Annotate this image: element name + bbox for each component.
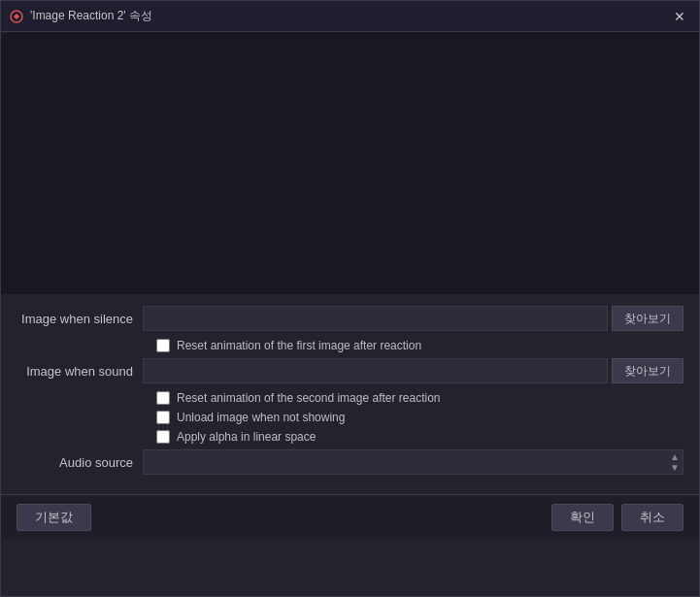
- image-sound-input[interactable]: [143, 358, 608, 383]
- checkbox4[interactable]: [156, 430, 170, 444]
- title-bar: 'Image Reaction 2' 속성 ✕: [1, 1, 699, 32]
- image-silence-row: Image when silence 찾아보기: [17, 306, 683, 331]
- image-silence-input[interactable]: [143, 306, 608, 331]
- checkbox4-label: Apply alpha in linear space: [177, 430, 316, 444]
- close-button[interactable]: ✕: [668, 5, 691, 28]
- checkbox2-row: Reset animation of the second image afte…: [17, 391, 683, 405]
- dialog-title: 'Image Reaction 2' 속성: [30, 8, 668, 24]
- image-sound-label: Image when sound: [17, 364, 143, 379]
- audio-source-label: Audio source: [17, 455, 143, 470]
- checkbox1-label: Reset animation of the first image after…: [177, 339, 421, 352]
- checkbox3[interactable]: [156, 411, 170, 424]
- checkbox3-label: Unload image when not showing: [177, 411, 345, 424]
- app-icon: [9, 9, 24, 24]
- image-silence-browse-button[interactable]: 찾아보기: [612, 306, 683, 331]
- footer-left: 기본값: [17, 504, 551, 531]
- image-sound-row: Image when sound 찾아보기: [17, 358, 683, 383]
- cancel-button[interactable]: 취소: [621, 504, 683, 531]
- audio-source-select-wrap: ▲ ▼: [143, 449, 683, 475]
- confirm-button[interactable]: 확인: [551, 504, 614, 531]
- checkbox3-row: Unload image when not showing: [17, 411, 683, 424]
- checkbox1-row: Reset animation of the first image after…: [17, 339, 683, 352]
- checkbox4-row: Apply alpha in linear space: [17, 430, 683, 444]
- audio-source-row: Audio source ▲ ▼: [17, 449, 683, 475]
- footer: 기본값 확인 취소: [1, 494, 699, 539]
- audio-source-select[interactable]: [143, 449, 683, 475]
- footer-right: 확인 취소: [551, 504, 683, 531]
- dialog: 'Image Reaction 2' 속성 ✕ Image when silen…: [0, 0, 700, 597]
- preview-area: [1, 32, 699, 294]
- default-button[interactable]: 기본값: [17, 504, 91, 531]
- checkbox1[interactable]: [156, 339, 170, 352]
- form-area: Image when silence 찾아보기 Reset animation …: [1, 294, 699, 494]
- image-sound-browse-button[interactable]: 찾아보기: [612, 358, 683, 383]
- checkbox2-label: Reset animation of the second image afte…: [177, 391, 441, 405]
- checkbox2[interactable]: [156, 391, 170, 405]
- image-silence-label: Image when silence: [17, 312, 143, 326]
